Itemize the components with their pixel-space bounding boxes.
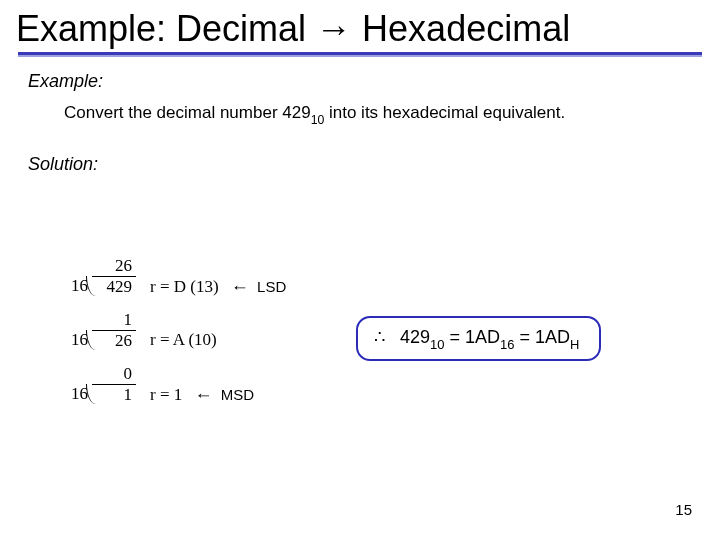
result-eq1: = [444, 327, 465, 347]
arrow-left-icon: ← [231, 277, 249, 298]
remainder-text: r = 1 [150, 385, 182, 404]
prompt-base: 10 [311, 113, 325, 127]
prompt-post: into its hexadecimal equivalent. [324, 103, 565, 122]
divisor: 16 [60, 258, 88, 296]
division-step: 16 0 1 r = 1 ← MSD [60, 366, 286, 420]
page-number: 15 [675, 501, 692, 518]
remainder: r = A (10) [150, 312, 217, 350]
result-box: ∴ 42910 = 1AD16 = 1ADH [356, 316, 601, 361]
remainder-text: r = A (10) [150, 330, 217, 349]
division-bracket: 26 429 [92, 258, 136, 297]
remainder-text: r = D (13) [150, 277, 219, 296]
long-division-work: 16 26 429 r = D (13) ← LSD 16 1 26 r = A… [60, 258, 286, 420]
division-bracket: 0 1 [92, 366, 136, 405]
result-number-base: 10 [430, 337, 444, 352]
prompt-text: Convert the decimal number 42910 into it… [64, 100, 720, 128]
quotient: 1 [124, 310, 133, 330]
digit-annotation: LSD [257, 278, 286, 295]
dividend: 26 [92, 330, 136, 351]
title-underline [18, 52, 702, 57]
division-step: 16 26 429 r = D (13) ← LSD [60, 258, 286, 312]
result-hex-base: 16 [500, 337, 514, 352]
solution-label: Solution: [28, 154, 720, 175]
divisor: 16 [60, 312, 88, 350]
therefore-symbol: ∴ [374, 327, 385, 347]
result-hex2-base: H [570, 337, 579, 352]
slide-title: Example: Decimal → Hexadecimal [0, 0, 720, 52]
division-step: 16 1 26 r = A (10) [60, 312, 286, 366]
quotient: 26 [115, 256, 132, 276]
prompt-pre: Convert the decimal number 429 [64, 103, 311, 122]
result-hex: 1AD [465, 327, 500, 347]
quotient: 0 [124, 364, 133, 384]
digit-annotation: MSD [221, 386, 254, 403]
remainder: r = D (13) ← LSD [150, 258, 286, 297]
dividend: 1 [92, 384, 136, 405]
result-hex2: 1AD [535, 327, 570, 347]
example-label: Example: [28, 71, 720, 92]
division-bracket: 1 26 [92, 312, 136, 351]
divisor: 16 [60, 366, 88, 404]
dividend: 429 [92, 276, 136, 297]
result-number: 429 [400, 327, 430, 347]
remainder: r = 1 ← MSD [150, 366, 254, 405]
result-eq2: = [514, 327, 535, 347]
arrow-left-icon: ← [195, 385, 213, 406]
